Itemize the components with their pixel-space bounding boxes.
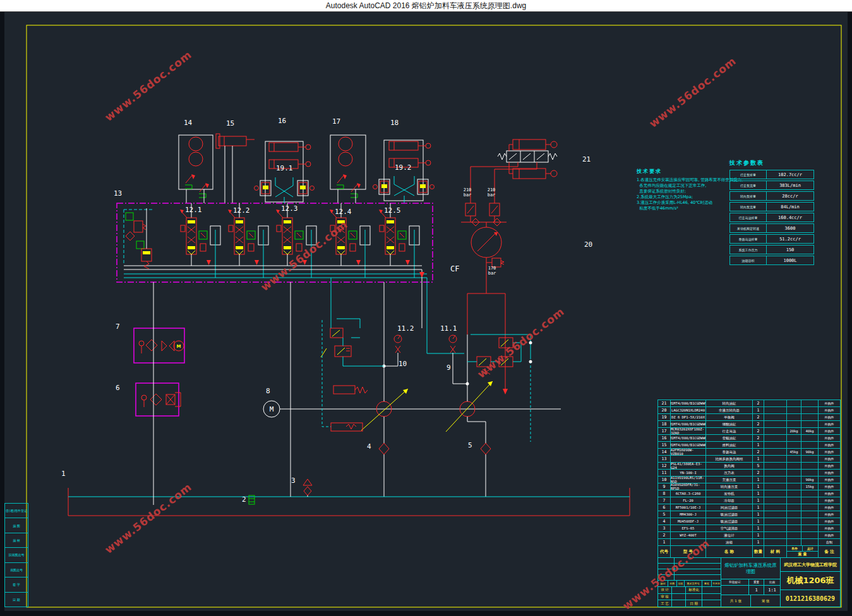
rev-date: 年月日: [712, 581, 721, 586]
bom-cell-model: MM4300-J: [671, 511, 706, 518]
bom-row: 18M1MT4/800/B1CGDWWW倾翻油缸2外购件: [657, 421, 841, 428]
param-value: 102.7cc/r: [767, 170, 813, 179]
param-name: 行走泵排量: [730, 170, 767, 179]
bom-cell-total: [801, 435, 819, 441]
label-8: 8: [266, 387, 270, 395]
label-210: 210: [483, 187, 500, 192]
bom-cell-total: [801, 539, 819, 545]
note-line: 1.各液压元件安装连接应牢固可靠, 管路布置不得歪斜受力,: [637, 177, 719, 183]
scale-label: 比例: [764, 579, 780, 585]
window-titlebar: Autodesk AutoCAD 2016 熔铝炉加料车液压系统原理图.dwg: [0, 0, 852, 12]
bom-cell-mat: [764, 449, 787, 455]
bom-cell-qty: 5: [753, 463, 764, 469]
params-row: 行走泵流量383L/min: [729, 181, 814, 190]
bom-cell-name: 换向阀: [706, 463, 753, 469]
bom-cell-mat: [764, 483, 787, 490]
bom-cell-remark: 外购件: [819, 490, 840, 497]
label-4: 4: [367, 442, 371, 451]
param-value: 160.4cc/r: [767, 213, 813, 222]
bom-cell-seq: 9: [658, 483, 671, 490]
bom-cell-qty: 1: [753, 497, 764, 504]
label-17: 17: [332, 117, 340, 126]
param-name: 发动机额定转速: [730, 224, 767, 232]
bom-cell-name: 液位计: [706, 532, 753, 538]
bom-cell-unit: 45kg: [787, 449, 801, 455]
param-name: 行走马达排量: [730, 213, 767, 222]
rev-count: 处数: [668, 581, 677, 586]
label-19-1: 19.1: [276, 164, 293, 172]
bom-cell-name: 卷扬马达: [706, 449, 753, 455]
staff-standard: 标准化: [686, 587, 702, 593]
bom-header-qty: 数量: [753, 546, 764, 557]
bom-cell-total: [801, 463, 819, 469]
bom-cell-seq: 13: [658, 456, 671, 462]
bom-cell-remark: 外购件: [819, 449, 840, 455]
left-margin-row: 日 期: [5, 593, 28, 607]
label-6: 6: [116, 384, 120, 392]
rev-docno: 更改文件号: [685, 581, 702, 586]
bom-cell-mat: [764, 463, 787, 469]
bom-row: 19DZ 6 DP1-5X/210X平衡阀2外购件: [657, 414, 841, 421]
bom-cell-seq: 8: [658, 490, 671, 497]
bom-cell-remark: 外购件: [819, 421, 840, 427]
weight-value: 1: [749, 586, 764, 595]
revision-header-row: 标记 处数 分区 更改文件号 签名 年月日: [658, 581, 721, 587]
bom-cell-mat: [764, 400, 787, 406]
bom-row: 9A10VO28DFR/31-RPSD转向液压泵115kg外购件: [657, 483, 841, 490]
bom-cell-model: M1MT4/800/B1CGDWWW: [671, 435, 706, 441]
param-value: 28cc/r: [767, 192, 813, 200]
bom-cell-qty: 1: [753, 477, 764, 483]
rev-zone: 分区: [677, 581, 685, 586]
bom-header-unit-weight: 单件: [787, 546, 803, 551]
bom-cell-total: [801, 511, 819, 518]
bom-row: 4MU4508DF-J吸油过滤器1外购件: [657, 518, 841, 525]
bom-cell-total: [801, 421, 819, 427]
bom-cell-model: FL-20: [671, 497, 706, 504]
stage-label: 阶段标记: [721, 579, 749, 585]
class-name: 机械1206班: [781, 572, 840, 590]
params-row: 发动机额定转速3600: [729, 223, 814, 233]
staff-design: 设 计: [658, 587, 672, 593]
bom-cell-remark: 外购件: [819, 428, 840, 434]
bom-cell-remark: 外购件: [819, 456, 840, 462]
bom-cell-model: YN-100-I: [671, 470, 706, 476]
param-value: 51.2cc/r: [767, 235, 813, 243]
weight-label: 重量: [749, 579, 764, 585]
bom-cell-unit: [787, 470, 801, 476]
bom-cell-total: [801, 407, 819, 413]
bom-cell-mat: [764, 511, 787, 518]
staff-rows: 设 计 标准化 审 核 工 艺 日 期: [658, 587, 721, 607]
bom-cell-total: 90kg: [801, 477, 819, 483]
bom-cell-remark: 外购件: [819, 504, 840, 511]
note-line: 且要保证系统密封性良好;: [637, 189, 719, 194]
bom-cell-unit: [787, 504, 801, 511]
param-name: 油箱容积: [730, 256, 767, 264]
bom-cell-qty: 1: [753, 532, 764, 538]
bom-cell-name: 回油过滤器: [706, 504, 753, 511]
bom-cell-remark: 外购件: [819, 511, 840, 518]
params-table-rows: 行走泵排量102.7cc/r行走泵流量383L/min转向泵排量28cc/r转向…: [729, 170, 814, 265]
params-row: 行走马达排量160.4cc/r: [729, 213, 814, 222]
label-1: 1: [61, 470, 66, 478]
bom-row: 21M1MT4/800/B1CGDWWV转向油缸2外购件: [657, 400, 841, 407]
bom-cell-unit: [787, 421, 801, 427]
fan-motor-label: M: [177, 344, 181, 349]
bom-cell-model: MU4508DF-J: [671, 518, 706, 524]
bom-row: 2WYZ-400T液位计1外购件: [657, 532, 841, 539]
bom-cell-unit: [787, 477, 801, 483]
bom-cell-unit: [787, 463, 801, 469]
bom-cell-qty: 1: [753, 407, 764, 413]
bom-cell-model: A2FM16090W-VZB010: [671, 449, 706, 455]
bom-cell-seq: 17: [658, 428, 671, 434]
bom-cell-total: 40kg: [801, 428, 819, 434]
bom-row: 7FL-20冷却器1外购件: [657, 497, 841, 504]
bom-cell-seq: 14: [658, 449, 671, 455]
bom-row: 1油箱1自制: [657, 539, 841, 546]
notes-lines: 1.各液压元件安装连接应牢固可靠, 管路布置不得歪斜受力, 各元件均应能在规定工…: [637, 177, 719, 211]
bom-cell-model: MCR03202X8F180Z-3ZAD: [671, 428, 706, 434]
bom-cell-model: A11VO190LRS/11R-NSD: [671, 477, 706, 483]
bom-row: 11YN-100-I压力表2外购件: [657, 470, 841, 477]
bom-cell-qty: 2: [753, 449, 764, 455]
bom-cell-name: 空气滤清器: [706, 525, 753, 531]
scale-value: 1:1: [764, 586, 780, 595]
